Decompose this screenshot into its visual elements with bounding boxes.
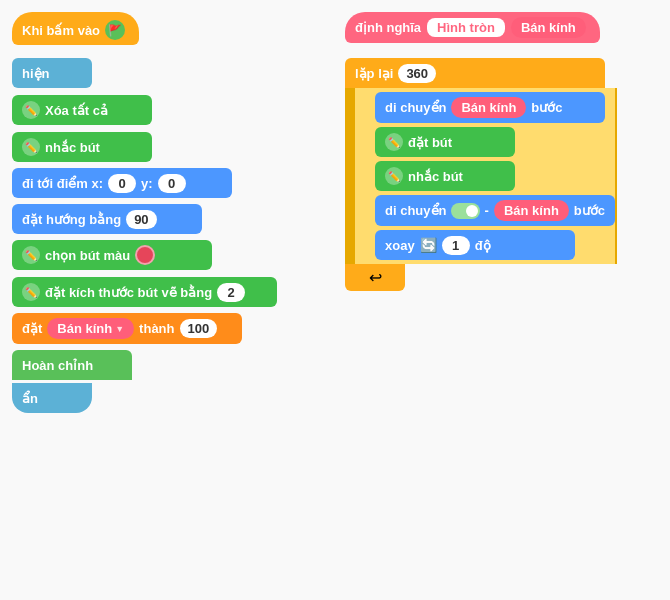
y-label: y: [141, 176, 153, 191]
clear-all-block[interactable]: ✏️ Xóa tất cả [12, 95, 152, 125]
y-value[interactable]: 0 [158, 174, 186, 193]
move-var-2: Bán kính [504, 203, 559, 218]
when-clicked-block[interactable]: Khi bấm vào 🚩 [12, 12, 139, 45]
variable-pill[interactable]: Bán kính ▼ [47, 318, 134, 339]
move-step-2: bước [574, 203, 605, 218]
move-var-pill-2: Bán kính [494, 200, 569, 221]
func-name1: Hình tròn [427, 18, 505, 37]
define-label: định nghĩa [355, 20, 421, 35]
done-label: Hoàn chỉnh [22, 358, 93, 373]
when-clicked-label: Khi bấm vào [22, 23, 100, 38]
pencil-icon-3: ✏️ [22, 246, 40, 264]
func-name2: Bán kính [521, 20, 576, 35]
hide-label: ẩn [22, 391, 38, 406]
set-direction-label: đặt hướng bằng [22, 212, 121, 227]
toggle-knob [466, 205, 478, 217]
set-var-label: đặt [22, 321, 42, 336]
set-variable-block[interactable]: đặt Bán kính ▼ thành 100 [12, 313, 242, 344]
x-value[interactable]: 0 [108, 174, 136, 193]
move-block-2[interactable]: di chuyển - Bán kính bước [375, 195, 615, 226]
move-block-1[interactable]: di chuyển Bán kính bước [375, 92, 605, 123]
pencil-icon-4: ✏️ [22, 283, 40, 301]
set-pen-size-block[interactable]: ✏️ đặt kích thước bút vẽ bằng 2 [12, 277, 277, 307]
move-var-pill-1: Bán kính [451, 97, 526, 118]
move-var-1: Bán kính [461, 100, 516, 115]
var-name: Bán kính [57, 321, 112, 336]
direction-value[interactable]: 90 [126, 210, 156, 229]
repeat-value[interactable]: 360 [398, 64, 436, 83]
set-pen-color-label: chọn bút màu [45, 248, 130, 263]
move-label-1: di chuyển [385, 100, 446, 115]
move-label-2: di chuyển [385, 203, 446, 218]
pencil-icon-6: ✏️ [385, 167, 403, 185]
rotate-icon: 🔄 [420, 237, 437, 253]
func-name2-pill: Bán kính [511, 17, 586, 38]
dropdown-arrow: ▼ [115, 324, 124, 334]
pen-down-block[interactable]: ✏️ đặt bút [375, 127, 515, 157]
set-pen-color-block[interactable]: ✏️ chọn bút màu [12, 240, 212, 270]
hide-block[interactable]: ẩn [12, 383, 92, 413]
pen-up-label-1: nhắc bút [45, 140, 100, 155]
toggle-switch[interactable] [451, 203, 479, 219]
go-to-block[interactable]: đi tới điểm x: 0 y: 0 [12, 168, 232, 198]
pen-down-label: đặt bút [408, 135, 452, 150]
color-swatch[interactable] [135, 245, 155, 265]
turn-unit: độ [475, 238, 491, 253]
to-value[interactable]: 100 [180, 319, 218, 338]
pen-up-label-2: nhắc bút [408, 169, 463, 184]
show-block[interactable]: hiện [12, 58, 92, 88]
minus-sign: - [485, 203, 489, 218]
pencil-icon-5: ✏️ [385, 133, 403, 151]
return-arrow: ↩ [369, 268, 382, 287]
pen-up-block-2[interactable]: ✏️ nhắc bút [375, 161, 515, 191]
pen-up-block-1[interactable]: ✏️ nhắc bút [12, 132, 152, 162]
move-step-1: bước [531, 100, 562, 115]
define-block[interactable]: định nghĩa Hình tròn Bán kính [345, 12, 600, 43]
turn-value[interactable]: 1 [442, 236, 470, 255]
repeat-block[interactable]: lặp lại 360 di chuyển Bán kính bước ✏️ đ… [345, 58, 617, 291]
clear-all-label: Xóa tất cả [45, 103, 108, 118]
set-direction-block[interactable]: đặt hướng bằng 90 [12, 204, 202, 234]
done-block[interactable]: Hoàn chỉnh [12, 350, 132, 380]
turn-label: xoay [385, 238, 415, 253]
turn-block[interactable]: xoay 🔄 1 độ [375, 230, 575, 260]
pencil-icon-1: ✏️ [22, 101, 40, 119]
set-pen-size-label: đặt kích thước bút vẽ bằng [45, 285, 212, 300]
pen-size-value[interactable]: 2 [217, 283, 245, 302]
go-to-label: đi tới điểm x: [22, 176, 103, 191]
to-label: thành [139, 321, 174, 336]
repeat-label: lặp lại [355, 66, 393, 81]
flag-icon: 🚩 [105, 20, 125, 40]
workspace: Khi bấm vào 🚩 hiện ✏️ Xóa tất cả ✏️ nhắc… [0, 0, 670, 600]
pencil-icon-2: ✏️ [22, 138, 40, 156]
show-label: hiện [22, 66, 50, 81]
